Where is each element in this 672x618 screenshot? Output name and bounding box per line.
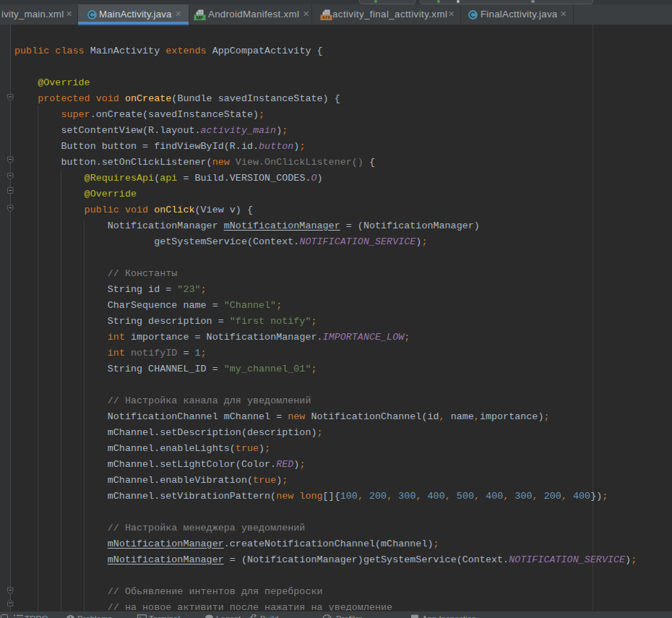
svg-text:MF: MF <box>196 15 204 20</box>
